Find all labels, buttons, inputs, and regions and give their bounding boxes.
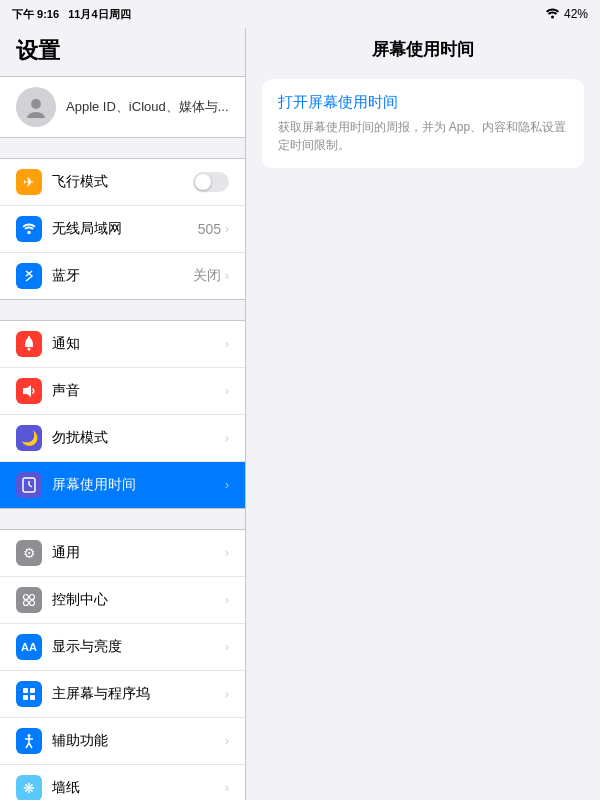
controlcenter-icon [16, 587, 42, 613]
screentime-label: 屏幕使用时间 [52, 476, 225, 494]
svg-point-15 [30, 601, 35, 606]
svg-point-0 [551, 15, 554, 18]
sidebar-item-donotdisturb[interactable]: 🌙 勿扰模式 › [0, 415, 245, 462]
sidebar-item-homescreen[interactable]: 主屏幕与程序坞 › [0, 671, 245, 718]
sounds-chevron: › [225, 384, 229, 398]
sidebar-title: 设置 [0, 28, 245, 72]
homescreen-chevron: › [225, 687, 229, 701]
svg-rect-7 [28, 336, 30, 338]
svg-line-11 [29, 485, 32, 487]
bluetooth-label: 蓝牙 [52, 267, 193, 285]
avatar [16, 87, 56, 127]
sidebar-item-controlcenter[interactable]: 控制中心 › [0, 577, 245, 624]
controlcenter-chevron: › [225, 593, 229, 607]
accessibility-label: 辅助功能 [52, 732, 225, 750]
sidebar-item-general[interactable]: ⚙ 通用 › [0, 530, 245, 577]
enable-desc: 获取屏幕使用时间的周报，并为 App、内容和隐私设置定时间限制。 [278, 118, 569, 154]
screentime-chevron: › [225, 478, 229, 492]
general-chevron: › [225, 546, 229, 560]
notifications-icon [16, 331, 42, 357]
bluetooth-value: 关闭 [193, 267, 221, 285]
donotdisturb-chevron: › [225, 431, 229, 445]
sidebar-item-airplane[interactable]: ✈ 飞行模式 [0, 159, 245, 206]
general-label: 通用 [52, 544, 225, 562]
airplane-label: 飞行模式 [52, 173, 193, 191]
svg-point-13 [30, 595, 35, 600]
notifications-label: 通知 [52, 335, 225, 353]
wifi-icon [545, 8, 560, 21]
wallpaper-label: 墙纸 [52, 779, 225, 797]
svg-point-2 [27, 112, 45, 118]
sidebar-item-bluetooth[interactable]: 蓝牙 关闭 › [0, 253, 245, 299]
display-label: 显示与亮度 [52, 638, 225, 656]
svg-rect-19 [30, 695, 35, 700]
svg-rect-16 [23, 688, 28, 693]
settings-group-alerts: 通知 › 声音 › 🌙 勿扰模式 › [0, 320, 245, 509]
sidebar-item-wallpaper[interactable]: ❋ 墙纸 › [0, 765, 245, 800]
svg-rect-5 [25, 345, 33, 347]
svg-point-3 [27, 231, 31, 235]
wifi-label: 无线局域网 [52, 220, 198, 238]
sidebar-item-wifi[interactable]: 无线局域网 505 › [0, 206, 245, 253]
notifications-chevron: › [225, 337, 229, 351]
status-bar: 下午 9:16 11月4日周四 42% [0, 0, 600, 28]
detail-content: 打开屏幕使用时间 获取屏幕使用时间的周报，并为 App、内容和隐私设置定时间限制… [246, 69, 601, 800]
wallpaper-icon: ❋ [16, 775, 42, 800]
donotdisturb-icon: 🌙 [16, 425, 42, 451]
sidebar-item-screentime[interactable]: 屏幕使用时间 › [0, 462, 245, 508]
airplane-icon: ✈ [16, 169, 42, 195]
display-chevron: › [225, 640, 229, 654]
accessibility-chevron: › [225, 734, 229, 748]
wallpaper-chevron: › [225, 781, 229, 795]
status-time: 下午 9:16 11月4日周四 [12, 7, 131, 22]
svg-line-24 [29, 743, 32, 748]
svg-line-23 [26, 743, 29, 748]
enable-link[interactable]: 打开屏幕使用时间 [278, 93, 569, 112]
wifi-chevron: › [225, 222, 229, 236]
wifi-setting-icon [16, 216, 42, 242]
settings-group-connectivity: ✈ 飞行模式 无线局域网 505 › [0, 158, 245, 300]
battery-icon: 42% [564, 7, 588, 21]
svg-point-12 [24, 595, 29, 600]
sidebar-item-notifications[interactable]: 通知 › [0, 321, 245, 368]
airplane-toggle[interactable] [193, 172, 229, 192]
profile-name: Apple ID、iCloud、媒体与... [66, 98, 229, 116]
profile-row[interactable]: Apple ID、iCloud、媒体与... [0, 76, 245, 138]
svg-point-6 [28, 348, 31, 351]
display-icon: AA [16, 634, 42, 660]
svg-point-1 [31, 99, 41, 109]
svg-point-14 [24, 601, 29, 606]
svg-rect-17 [30, 688, 35, 693]
enable-card: 打开屏幕使用时间 获取屏幕使用时间的周报，并为 App、内容和隐私设置定时间限制… [262, 79, 585, 168]
homescreen-label: 主屏幕与程序坞 [52, 685, 225, 703]
sidebar-item-display[interactable]: AA 显示与亮度 › [0, 624, 245, 671]
svg-marker-8 [23, 385, 31, 397]
sidebar: 设置 Apple ID、iCloud、媒体与... ✈ 飞行模式 [0, 28, 245, 800]
screentime-icon [16, 472, 42, 498]
general-icon: ⚙ [16, 540, 42, 566]
sidebar-item-sounds[interactable]: 声音 › [0, 368, 245, 415]
sounds-label: 声音 [52, 382, 225, 400]
detail-title: 屏幕使用时间 [246, 28, 601, 69]
sounds-icon [16, 378, 42, 404]
svg-rect-18 [23, 695, 28, 700]
settings-group-general: ⚙ 通用 › 控制中心 › AA 显 [0, 529, 245, 800]
donotdisturb-label: 勿扰模式 [52, 429, 225, 447]
homescreen-icon [16, 681, 42, 707]
detail-panel: 屏幕使用时间 打开屏幕使用时间 获取屏幕使用时间的周报，并为 App、内容和隐私… [246, 28, 601, 800]
sidebar-item-accessibility[interactable]: 辅助功能 › [0, 718, 245, 765]
wifi-value: 505 [198, 221, 221, 237]
status-icons: 42% [545, 7, 588, 21]
accessibility-icon [16, 728, 42, 754]
svg-point-20 [28, 734, 31, 737]
bluetooth-icon [16, 263, 42, 289]
bluetooth-chevron: › [225, 269, 229, 283]
controlcenter-label: 控制中心 [52, 591, 225, 609]
